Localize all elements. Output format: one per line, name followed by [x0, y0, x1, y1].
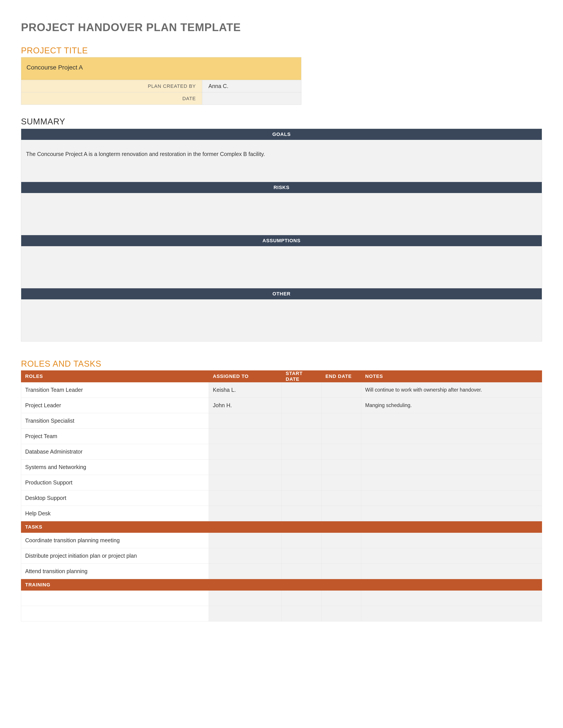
cell-notes: Manging scheduling. — [361, 398, 542, 413]
section-row: TASKS — [21, 521, 542, 533]
table-row: Transition Specialist — [21, 413, 542, 429]
cell-notes — [361, 413, 542, 429]
col-roles: ROLES — [21, 371, 209, 382]
cell-start — [282, 413, 322, 429]
cell-notes — [361, 506, 542, 521]
cell-end — [322, 506, 361, 521]
cell-role: Distribute project initiation plan or pr… — [21, 548, 209, 564]
plan-created-by-value: Anna C. — [202, 80, 301, 92]
plan-created-by-label: PLAN CREATED BY — [21, 80, 202, 92]
goals-body: The Concourse Project A is a longterm re… — [21, 140, 542, 182]
section-label: TASKS — [21, 521, 209, 533]
cell-end — [322, 413, 361, 429]
cell-start — [282, 382, 322, 398]
cell-notes — [361, 564, 542, 579]
table-row: Transition Team LeaderKeisha L.Will cont… — [21, 382, 542, 398]
cell-end — [322, 382, 361, 398]
col-assigned: ASSIGNED TO — [209, 371, 282, 382]
table-row: Desktop Support — [21, 490, 542, 506]
cell-start — [282, 475, 322, 490]
cell-start — [282, 533, 322, 548]
document-title: PROJECT HANDOVER PLAN TEMPLATE — [21, 21, 542, 34]
risks-header: RISKS — [21, 182, 542, 193]
section-cell — [322, 579, 361, 591]
cell-role: Project Leader — [21, 398, 209, 413]
other-body — [21, 299, 542, 341]
cell-assigned: Keisha L. — [209, 382, 282, 398]
cell-notes — [361, 548, 542, 564]
cell-start — [282, 591, 322, 606]
cell-end — [322, 398, 361, 413]
table-row: Production Support — [21, 475, 542, 490]
section-row: TRAINING — [21, 579, 542, 591]
cell-assigned — [209, 444, 282, 460]
cell-assigned — [209, 506, 282, 521]
cell-end — [322, 548, 361, 564]
section-cell — [322, 521, 361, 533]
cell-end — [322, 533, 361, 548]
project-title-block: Concourse Project A PLAN CREATED BY Anna… — [21, 57, 302, 105]
other-header: OTHER — [21, 288, 542, 299]
cell-notes — [361, 444, 542, 460]
cell-notes: Will continue to work with ownership aft… — [361, 382, 542, 398]
table-row: Help Desk — [21, 506, 542, 521]
cell-assigned — [209, 591, 282, 606]
cell-role: Transition Team Leader — [21, 382, 209, 398]
cell-role: Transition Specialist — [21, 413, 209, 429]
cell-start — [282, 429, 322, 444]
cell-start — [282, 564, 322, 579]
cell-end — [322, 564, 361, 579]
section-cell — [209, 521, 282, 533]
assumptions-header: ASSUMPTIONS — [21, 235, 542, 246]
cell-role: Systems and Networking — [21, 460, 209, 475]
table-row: Distribute project initiation plan or pr… — [21, 548, 542, 564]
goals-header: GOALS — [21, 129, 542, 140]
cell-notes — [361, 429, 542, 444]
col-start-date: START DATE — [282, 371, 322, 382]
section-cell — [361, 521, 542, 533]
cell-assigned — [209, 475, 282, 490]
project-title-heading: PROJECT TITLE — [21, 46, 542, 55]
cell-assigned — [209, 490, 282, 506]
table-row — [21, 606, 542, 621]
cell-assigned — [209, 429, 282, 444]
cell-role: Project Team — [21, 429, 209, 444]
cell-start — [282, 444, 322, 460]
roles-tasks-heading: ROLES AND TASKS — [21, 359, 542, 369]
risks-body — [21, 193, 542, 235]
cell-end — [322, 490, 361, 506]
project-name: Concourse Project A — [21, 57, 301, 80]
table-row: Coordinate transition planning meeting — [21, 533, 542, 548]
cell-notes — [361, 606, 542, 621]
cell-notes — [361, 475, 542, 490]
table-row — [21, 591, 542, 606]
section-cell — [209, 579, 282, 591]
roles-tasks-table: ROLES ASSIGNED TO START DATE END DATE NO… — [21, 370, 542, 621]
summary-block: GOALS The Concourse Project A is a longt… — [21, 129, 542, 341]
cell-role: Desktop Support — [21, 490, 209, 506]
cell-notes — [361, 490, 542, 506]
cell-role: Help Desk — [21, 506, 209, 521]
table-row: Project Team — [21, 429, 542, 444]
table-row: Database Administrator — [21, 444, 542, 460]
table-row: Project LeaderJohn H.Manging scheduling. — [21, 398, 542, 413]
cell-role: Coordinate transition planning meeting — [21, 533, 209, 548]
cell-role: Database Administrator — [21, 444, 209, 460]
cell-end — [322, 444, 361, 460]
summary-heading: SUMMARY — [21, 117, 542, 126]
assumptions-body — [21, 246, 542, 288]
section-cell — [282, 521, 322, 533]
cell-notes — [361, 533, 542, 548]
cell-end — [322, 591, 361, 606]
cell-role: Attend transition planning — [21, 564, 209, 579]
cell-start — [282, 548, 322, 564]
table-row: Attend transition planning — [21, 564, 542, 579]
section-cell — [361, 579, 542, 591]
section-label: TRAINING — [21, 579, 209, 591]
cell-notes — [361, 460, 542, 475]
cell-start — [282, 506, 322, 521]
cell-notes — [361, 591, 542, 606]
cell-start — [282, 606, 322, 621]
cell-assigned: John H. — [209, 398, 282, 413]
table-row: Systems and Networking — [21, 460, 542, 475]
